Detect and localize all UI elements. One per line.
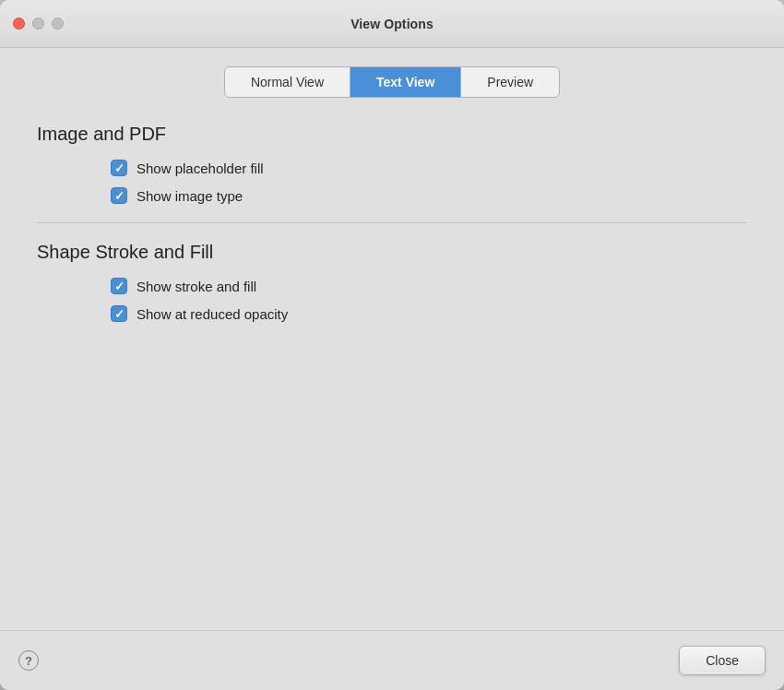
section-image-pdf: Image and PDF ✓ Show placeholder fill ✓ … [37,124,747,204]
maximize-traffic-light[interactable] [52,18,64,30]
minimize-traffic-light[interactable] [32,18,44,30]
checkmark-stroke-fill: ✓ [114,280,125,292]
checkbox-item-placeholder-fill[interactable]: ✓ Show placeholder fill [111,160,747,176]
checkbox-placeholder-fill[interactable]: ✓ [111,160,127,176]
traffic-lights [13,18,64,30]
checkmark-placeholder-fill: ✓ [114,162,125,174]
tab-group: Normal View Text View Preview [224,66,560,98]
checkbox-group-shape: ✓ Show stroke and fill ✓ Show at reduced… [37,278,747,322]
tab-normal-view[interactable]: Normal View [225,67,350,97]
close-traffic-light[interactable] [13,18,25,30]
checkbox-item-image-type[interactable]: ✓ Show image type [111,187,747,204]
help-button[interactable]: ? [18,650,39,671]
checkbox-stroke-fill[interactable]: ✓ [111,278,127,294]
label-image-type: Show image type [137,188,243,204]
label-stroke-fill: Show stroke and fill [137,279,256,294]
label-placeholder-fill: Show placeholder fill [137,161,264,176]
footer: ? Close [0,630,784,690]
checkbox-item-reduced-opacity[interactable]: ✓ Show at reduced opacity [111,305,747,322]
window-title: View Options [350,17,434,31]
content-area: Normal View Text View Preview Image and … [0,48,784,630]
label-reduced-opacity: Show at reduced opacity [137,306,288,322]
titlebar: View Options [0,0,784,48]
section-shape-title: Shape Stroke and Fill [37,242,747,263]
tab-preview[interactable]: Preview [461,67,559,97]
checkbox-image-type[interactable]: ✓ [111,187,127,204]
section-image-pdf-title: Image and PDF [37,124,747,145]
checkmark-image-type: ✓ [114,190,125,202]
checkbox-item-stroke-fill[interactable]: ✓ Show stroke and fill [111,278,747,294]
section-divider [37,222,747,223]
main-content: Image and PDF ✓ Show placeholder fill ✓ … [0,114,784,630]
checkmark-reduced-opacity: ✓ [114,308,125,320]
section-shape-stroke-fill: Shape Stroke and Fill ✓ Show stroke and … [37,242,747,322]
tabs-container: Normal View Text View Preview [0,48,784,114]
checkbox-reduced-opacity[interactable]: ✓ [111,305,127,322]
window: View Options Normal View Text View Previ… [0,0,784,690]
close-button[interactable]: Close [679,646,766,675]
checkbox-group-image-pdf: ✓ Show placeholder fill ✓ Show image typ… [37,160,747,204]
tab-text-view[interactable]: Text View [350,67,461,97]
